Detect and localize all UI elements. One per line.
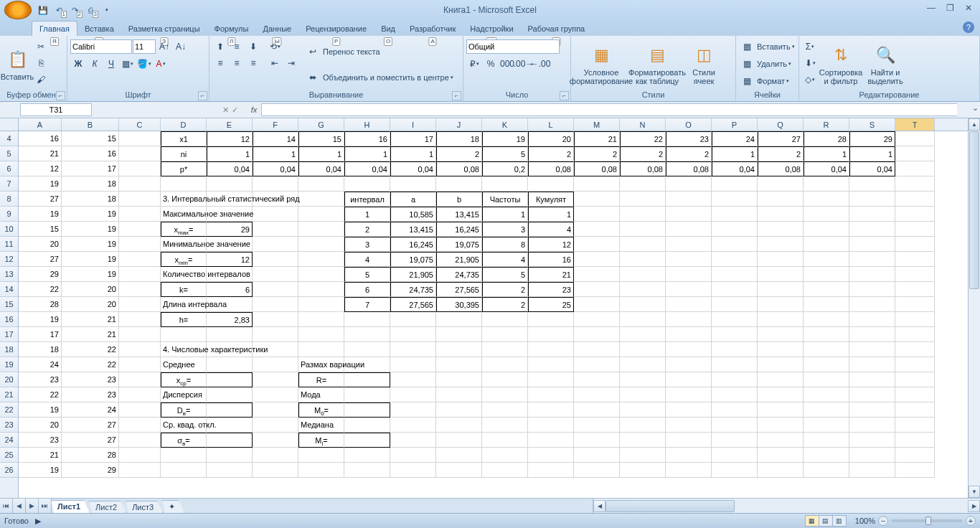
row-header-18[interactable]: 18	[0, 342, 18, 357]
cell-T8[interactable]	[895, 192, 935, 207]
cell-R18[interactable]	[804, 342, 849, 357]
view-normal[interactable]: ▦	[805, 515, 819, 527]
cell-G23[interactable]: Медиана	[298, 418, 344, 433]
cut-button[interactable]: ✂	[33, 39, 49, 55]
cell-B15[interactable]: 20	[62, 297, 119, 312]
cell-Q17[interactable]	[758, 327, 804, 342]
cell-Q15[interactable]	[758, 297, 804, 312]
cell-C12[interactable]	[119, 252, 161, 267]
cell-S22[interactable]	[849, 402, 895, 418]
cell-M17[interactable]	[574, 327, 620, 342]
cell-N14[interactable]	[620, 282, 666, 297]
cell-H15[interactable]: 7	[344, 297, 390, 312]
cell-A10[interactable]: 15	[19, 222, 62, 237]
sheet-tab-2[interactable]: Лист2	[89, 501, 126, 513]
close-button[interactable]: ✕	[960, 1, 977, 14]
cell-I6[interactable]: 0,04	[390, 161, 436, 176]
cell-D22[interactable]: Dв=	[161, 402, 207, 418]
cell-T22[interactable]	[895, 402, 935, 418]
cell-T25[interactable]	[895, 448, 935, 463]
cell-T24[interactable]	[895, 433, 935, 448]
cell-G25[interactable]	[298, 448, 344, 463]
cell-H12[interactable]: 4	[344, 252, 390, 267]
wrap-text-button[interactable]: ↩Перенос текста	[305, 44, 453, 60]
row-header-22[interactable]: 22	[0, 402, 18, 418]
cell-F7[interactable]	[253, 176, 298, 192]
cell-Q16[interactable]	[758, 312, 804, 327]
row-header-16[interactable]: 16	[0, 312, 18, 327]
cell-A4[interactable]: 16	[19, 131, 62, 146]
cell-E22[interactable]	[207, 402, 253, 418]
minimize-button[interactable]: —	[923, 1, 940, 14]
align-bottom[interactable]: ⬇	[245, 39, 261, 55]
cell-N10[interactable]	[620, 222, 666, 237]
cell-L16[interactable]	[528, 312, 574, 327]
sheet-tab-1[interactable]: Лист1	[51, 500, 90, 513]
cell-F13[interactable]	[253, 267, 298, 282]
cell-K23[interactable]	[482, 418, 528, 433]
row-header-10[interactable]: 10	[0, 222, 18, 237]
cell-I15[interactable]: 27,565	[390, 297, 436, 312]
cell-A15[interactable]: 28	[19, 297, 62, 312]
cell-C7[interactable]	[119, 176, 161, 192]
cell-G9[interactable]	[298, 207, 344, 222]
cell-L24[interactable]	[528, 433, 574, 448]
cell-T15[interactable]	[895, 297, 935, 312]
cell-R21[interactable]	[804, 387, 849, 402]
cell-Q13[interactable]	[758, 267, 804, 282]
cell-K9[interactable]: 1	[482, 207, 528, 222]
tab-developer[interactable]: РазработчикА	[402, 22, 463, 36]
cell-C23[interactable]	[119, 418, 161, 433]
cell-R13[interactable]	[804, 267, 849, 282]
cell-T10[interactable]	[895, 222, 935, 237]
cell-B11[interactable]: 19	[62, 237, 119, 252]
cell-I22[interactable]	[390, 402, 436, 418]
cell-H8[interactable]: интервал	[344, 192, 390, 207]
cell-D5[interactable]: ni	[161, 146, 207, 161]
cell-I7[interactable]	[390, 176, 436, 192]
enter-formula-icon[interactable]: ✓	[232, 105, 238, 115]
cell-Q26[interactable]	[758, 463, 804, 478]
cell-M5[interactable]: 2	[574, 146, 620, 161]
cell-H13[interactable]: 5	[344, 267, 390, 282]
row-header-4[interactable]: 4	[0, 131, 18, 146]
cell-B5[interactable]: 16	[62, 146, 119, 161]
sheet-last[interactable]: ⏭	[39, 499, 52, 513]
align-top[interactable]: ⬆	[212, 39, 228, 55]
cell-L6[interactable]: 0,08	[528, 161, 574, 176]
cell-B4[interactable]: 15	[62, 131, 119, 146]
cell-C20[interactable]	[119, 372, 161, 387]
cell-G10[interactable]	[298, 222, 344, 237]
cell-J4[interactable]: 18	[436, 131, 482, 146]
cell-styles-button[interactable]: ◫Стили ячеек	[686, 39, 722, 90]
cell-K8[interactable]: Частоты	[482, 192, 528, 207]
cell-J22[interactable]	[436, 402, 482, 418]
cell-D8[interactable]: 3. Интервальный статистический ряд	[161, 192, 207, 207]
cell-M19[interactable]	[574, 357, 620, 372]
cell-G19[interactable]: Размах вариации	[298, 357, 344, 372]
cell-T7[interactable]	[895, 176, 935, 192]
cell-G22[interactable]: M0=	[298, 402, 344, 418]
cell-P17[interactable]	[712, 327, 758, 342]
cell-L17[interactable]	[528, 327, 574, 342]
cell-G6[interactable]: 0,04	[298, 161, 344, 176]
cell-A13[interactable]: 29	[19, 267, 62, 282]
indent-dec[interactable]: ⇤	[267, 55, 283, 71]
align-center[interactable]: ≡	[229, 55, 245, 71]
cell-R9[interactable]	[804, 207, 849, 222]
cell-P20[interactable]	[712, 372, 758, 387]
cell-H23[interactable]	[344, 418, 390, 433]
cell-M13[interactable]	[574, 267, 620, 282]
cell-D17[interactable]	[161, 327, 207, 342]
cell-K19[interactable]	[482, 357, 528, 372]
cell-R12[interactable]	[804, 252, 849, 267]
cell-B6[interactable]: 17	[62, 161, 119, 176]
shrink-font[interactable]: A↓	[173, 39, 189, 55]
cell-C19[interactable]	[119, 357, 161, 372]
cell-K18[interactable]	[482, 342, 528, 357]
cell-M21[interactable]	[574, 387, 620, 402]
cell-R19[interactable]	[804, 357, 849, 372]
cell-Q20[interactable]	[758, 372, 804, 387]
cell-M8[interactable]	[574, 192, 620, 207]
cell-S9[interactable]	[849, 207, 895, 222]
